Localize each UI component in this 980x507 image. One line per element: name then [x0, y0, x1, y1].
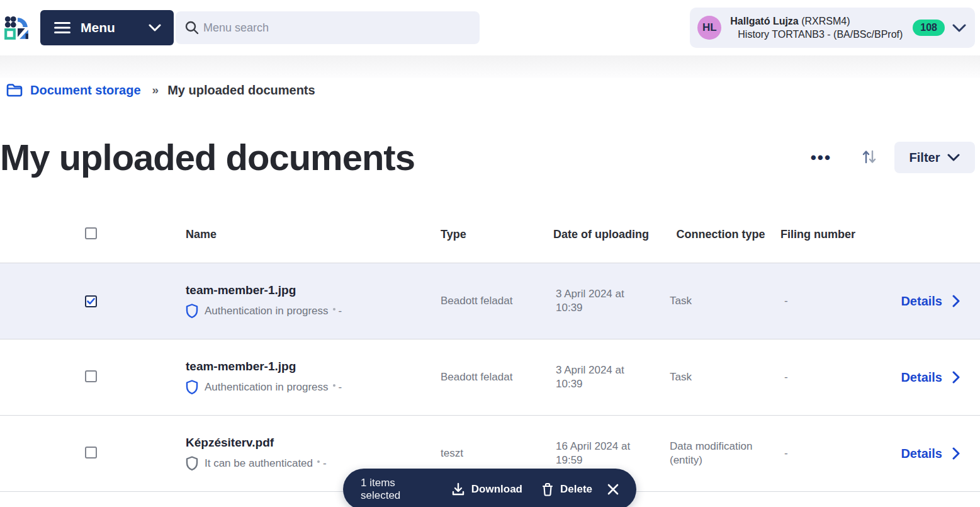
- chevron-right-icon: [952, 295, 960, 307]
- cell-date: 3 April 2024 at 10:39: [541, 363, 661, 391]
- status-note: -: [339, 305, 342, 317]
- row-checkbox[interactable]: [85, 370, 97, 382]
- close-icon: [607, 484, 619, 495]
- status-dot: [317, 460, 320, 463]
- hamburger-icon: [54, 21, 70, 34]
- details-link[interactable]: Details: [901, 294, 960, 309]
- status-dot: [333, 384, 335, 387]
- search-input[interactable]: [176, 11, 480, 44]
- cell-filing-number: -: [780, 447, 884, 460]
- shield-icon: [186, 456, 198, 471]
- breadcrumb-parent-label: Document storage: [30, 83, 141, 98]
- delete-label: Delete: [560, 483, 592, 496]
- menu-button-label: Menu: [81, 20, 115, 35]
- select-all-checkbox[interactable]: [85, 227, 97, 239]
- status-note: -: [323, 457, 327, 470]
- user-code: (RXRSM4): [799, 16, 850, 26]
- folder-icon: [6, 83, 23, 97]
- user-program: History TORTANB3 - (BA/BSc/BProf): [730, 28, 903, 41]
- breadcrumb: Document storage » My uploaded documents: [0, 79, 980, 101]
- cell-type: Beadott feladat: [441, 294, 541, 308]
- status-dot: [333, 308, 335, 310]
- document-name-link[interactable]: team-member-1.jpg: [186, 283, 296, 297]
- app-logo-icon: [4, 13, 30, 42]
- details-link[interactable]: Details: [901, 447, 960, 461]
- filter-button-label: Filter: [910, 151, 940, 165]
- user-info: Hallgató Lujza (RXRSM4) History TORTANB3…: [730, 14, 903, 41]
- cell-type: teszt: [441, 447, 541, 460]
- details-label: Details: [901, 447, 942, 461]
- close-selection-button[interactable]: [606, 482, 620, 496]
- filter-button[interactable]: Filter: [894, 142, 975, 173]
- document-name-link[interactable]: Képzésiterv.pdf: [186, 436, 274, 450]
- table-row: team-member-1.jpg Authentication in prog…: [0, 263, 980, 339]
- more-options-button[interactable]: •••: [807, 147, 835, 168]
- cell-filing-number: -: [780, 370, 884, 384]
- chevron-down-icon: [947, 154, 960, 161]
- documents-table: Name Type Date of uploading Connection t…: [0, 207, 980, 492]
- details-label: Details: [901, 370, 942, 385]
- cell-filing-number: -: [780, 294, 884, 308]
- user-name: Hallgató Lujza: [730, 16, 798, 26]
- notification-badge: 108: [913, 20, 945, 36]
- document-name-link[interactable]: team-member-1.jpg: [186, 360, 296, 373]
- user-menu[interactable]: HL Hallgató Lujza (RXRSM4) History TORTA…: [690, 8, 975, 48]
- top-header: Menu HL Hallgató Lujza (RXRSM4) History …: [0, 0, 980, 55]
- cell-connection-type: Data modification (entity): [661, 440, 780, 467]
- column-header-filing: Filing number: [780, 228, 884, 241]
- breadcrumb-current: My uploaded documents: [167, 83, 315, 98]
- sort-button[interactable]: [859, 146, 879, 169]
- cell-date: 16 April 2024 at 19:59: [541, 440, 661, 467]
- title-row: My uploaded documents ••• Filter: [0, 136, 980, 179]
- chevron-right-icon: [952, 447, 960, 460]
- auth-status: It can be authenticated: [205, 457, 313, 470]
- cell-connection-type: Task: [661, 370, 780, 384]
- table-row: team-member-1.jpg Authentication in prog…: [0, 339, 980, 416]
- chevron-down-icon: [149, 24, 161, 31]
- trash-icon: [541, 482, 554, 496]
- cell-connection-type: Task: [661, 294, 780, 308]
- auth-status: Authentication in progress: [205, 381, 329, 394]
- details-link[interactable]: Details: [901, 370, 960, 385]
- column-header-name: Name: [186, 228, 441, 241]
- menu-search: [176, 11, 480, 44]
- cell-type: Beadott feladat: [441, 370, 541, 384]
- sort-arrows-icon: [862, 149, 877, 165]
- download-label: Download: [471, 483, 522, 496]
- column-header-connection: Connection type: [661, 228, 780, 241]
- row-checkbox[interactable]: [85, 295, 97, 307]
- download-button[interactable]: Download: [451, 482, 522, 496]
- delete-button[interactable]: Delete: [541, 482, 592, 496]
- check-icon: [87, 298, 95, 305]
- details-label: Details: [901, 294, 942, 309]
- search-icon: [184, 20, 200, 35]
- chevron-down-icon: [952, 24, 966, 32]
- column-header-type: Type: [441, 228, 541, 241]
- status-note: -: [339, 381, 342, 394]
- avatar: HL: [697, 16, 721, 40]
- table-header-row: Name Type Date of uploading Connection t…: [0, 207, 980, 263]
- selection-action-bar: 1 items selected Download Delete: [343, 469, 636, 507]
- breadcrumb-separator: »: [152, 83, 159, 97]
- shield-icon: [186, 304, 198, 319]
- auth-status: Authentication in progress: [205, 305, 329, 317]
- page-title: My uploaded documents: [0, 136, 415, 179]
- download-icon: [451, 482, 465, 496]
- menu-button[interactable]: Menu: [40, 10, 174, 45]
- shield-icon: [186, 380, 198, 395]
- breadcrumb-document-storage[interactable]: Document storage: [6, 83, 141, 98]
- chevron-right-icon: [952, 371, 960, 384]
- column-header-date: Date of uploading: [541, 228, 661, 241]
- page-actions: ••• Filter: [807, 142, 975, 173]
- header-gradient-band: [0, 55, 980, 78]
- cell-date: 3 April 2024 at 10:39: [541, 287, 661, 315]
- row-checkbox[interactable]: [85, 447, 97, 459]
- selected-count: 1 items selected: [361, 477, 424, 502]
